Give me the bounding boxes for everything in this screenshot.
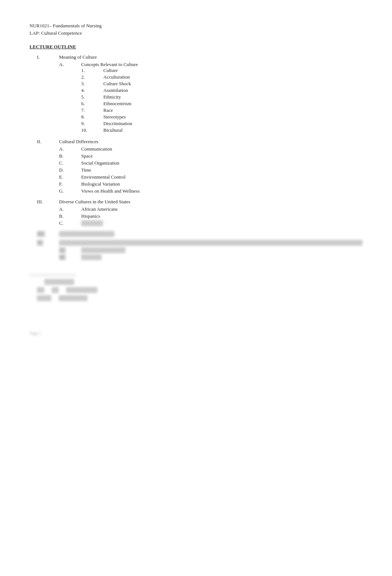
subsection-iii-c-label: C. xyxy=(59,220,81,226)
subsection-ii-c: C. Social Organization xyxy=(59,160,362,166)
redacted-col2 xyxy=(52,287,59,293)
section-i: I. Meaning of Culture A. Concepts Releva… xyxy=(37,54,362,135)
subsection-i-a-heading: Concepts Relevant to Culture xyxy=(81,62,362,68)
item-5: 5. Ethnicity xyxy=(81,94,362,100)
subsection-i-a-content: Concepts Relevant to Culture 1. Culture … xyxy=(81,62,362,134)
redacted-v-a-text xyxy=(81,247,125,253)
item-4: 4. Assimilation xyxy=(81,87,362,93)
redacted-text-iv xyxy=(59,231,114,237)
subsection-i-a: A. Concepts Relevant to Culture 1. Cultu… xyxy=(59,62,362,134)
redacted-subsection-title xyxy=(44,279,74,285)
subsection-v-b-label: B. xyxy=(59,254,81,260)
blurred-table-row xyxy=(37,287,362,293)
item-7: 7. Race xyxy=(81,107,362,113)
item-5-text: Ethnicity xyxy=(103,94,362,100)
header-line1: NUR1021– Fundamentals of Nursing xyxy=(30,22,362,30)
header-line2: LAP: Cultural Competence xyxy=(30,30,362,37)
subsection-ii-c-text: Social Organization xyxy=(81,160,362,166)
subsection-ii-a-label: A. xyxy=(59,146,81,152)
subsection-ii-f-label: F. xyxy=(59,181,81,187)
subsection-i-a-label: A. xyxy=(59,62,81,134)
item-2: 2. Acculturation xyxy=(81,74,362,80)
item-8-label: 8. xyxy=(81,114,103,120)
subsection-ii-e-label: E. xyxy=(59,174,81,180)
redacted-v-b-text xyxy=(81,254,102,260)
subsection-v-a-label: A. xyxy=(59,247,81,253)
redacted-col1 xyxy=(37,287,44,293)
item-9: 9. Discrimination xyxy=(81,121,362,127)
section-ii-heading: Cultural Differences xyxy=(59,139,362,145)
section-i-label: I. xyxy=(37,54,59,135)
section-ii-content: Cultural Differences A. Communication B.… xyxy=(59,139,362,195)
redacted-text-v-heading xyxy=(59,240,362,246)
subsection-ii-b: B. Space xyxy=(59,153,362,159)
subsection-iii-a: A. African Americans xyxy=(59,206,362,212)
subsection-ii-g: G. Views on Health and Wellness xyxy=(59,188,362,194)
subsection-ii-e-text: Environmental Control xyxy=(81,174,362,180)
blurred-main-section xyxy=(30,270,362,301)
subsection-iii-b-text: Hispanics xyxy=(81,213,362,219)
subsection-ii-e: E. Environmental Control xyxy=(59,174,362,180)
subsection-v-a-blurred: A. xyxy=(59,247,362,253)
item-8: 8. Stereotypes xyxy=(81,114,362,120)
section-iii-label: III. xyxy=(37,199,59,227)
item-7-label: 7. xyxy=(81,107,103,113)
item-5-label: 5. xyxy=(81,94,103,100)
section-i-content: Meaning of Culture A. Concepts Relevant … xyxy=(59,54,362,135)
subsection-iii-c: C. xyxy=(59,220,362,226)
subsection-iii-a-text: African Americans xyxy=(81,206,362,212)
item-8-text: Stereotypes xyxy=(103,114,362,120)
item-1-label: 1. xyxy=(81,68,103,73)
subsection-ii-a-text: Communication xyxy=(81,146,362,152)
subsection-ii-g-text: Views on Health and Wellness xyxy=(81,188,362,194)
subsection-ii-d-text: Time xyxy=(81,167,362,173)
section-iii: III. Diverse Cultures in the United Stat… xyxy=(37,199,362,227)
item-1-text: Culture xyxy=(103,68,362,73)
section-ii-label: II. xyxy=(37,139,59,195)
subsection-ii-d: D. Time xyxy=(59,167,362,173)
redacted-link2 xyxy=(59,295,87,301)
redacted-v-a-label: A. xyxy=(59,247,66,253)
subsection-v-b-text-blurred xyxy=(81,254,362,260)
redacted-col3 xyxy=(66,287,97,293)
item-10-text: Bicultural xyxy=(103,127,362,133)
redacted-v-b-label: B. xyxy=(59,254,66,260)
section-iv-label: IV. xyxy=(37,231,59,237)
subsection-v-a-text-blurred xyxy=(81,247,362,253)
item-3-text: Culture Shock xyxy=(103,81,362,87)
item-9-label: 9. xyxy=(81,121,103,127)
blurred-section-title xyxy=(30,270,76,276)
subsection-iii-b-label: B. xyxy=(59,213,81,219)
subsection-ii-f-text: Biological Variation xyxy=(81,181,362,187)
section-ii: II. Cultural Differences A. Communicatio… xyxy=(37,139,362,195)
item-6-label: 6. xyxy=(81,101,103,107)
subsection-iii-b: B. Hispanics xyxy=(59,213,362,219)
redacted-link1 xyxy=(37,295,51,301)
item-3: 3. Culture Shock xyxy=(81,81,362,87)
item-6-text: Ethnocentrism xyxy=(103,101,362,107)
subsection-ii-a: A. Communication xyxy=(59,146,362,152)
item-4-text: Assimilation xyxy=(103,87,362,93)
redacted-label-v: V. xyxy=(37,240,43,246)
subsection-ii-b-text: Space xyxy=(81,153,362,159)
section-v-label: V. xyxy=(37,240,59,261)
item-1: 1. Culture xyxy=(81,68,362,73)
section-i-heading: Meaning of Culture xyxy=(59,54,362,60)
redacted-label-iv: IV. xyxy=(37,231,45,237)
document-header: NUR1021– Fundamentals of Nursing LAP: Cu… xyxy=(30,22,362,37)
lecture-outline-title: LECTURE OUTLINE xyxy=(30,44,362,50)
subsection-ii-c-label: C. xyxy=(59,160,81,166)
subsection-iii-c-blurred xyxy=(81,220,362,226)
item-9-text: Discrimination xyxy=(103,121,362,127)
subsection-ii-d-label: D. xyxy=(59,167,81,173)
item-10-label: 10. xyxy=(81,127,103,133)
outline-container: I. Meaning of Culture A. Concepts Releva… xyxy=(37,54,362,261)
item-6: 6. Ethnocentrism xyxy=(81,101,362,107)
section-iii-heading: Diverse Cultures in the United States xyxy=(59,199,362,205)
footer-left-text: Page 1 xyxy=(30,331,41,336)
section-iv-blurred: IV. xyxy=(37,231,362,237)
item-3-label: 3. xyxy=(81,81,103,87)
section-iii-content: Diverse Cultures in the United States A.… xyxy=(59,199,362,227)
item-7-text: Race xyxy=(103,107,362,113)
subsection-v-b-blurred: B. xyxy=(59,254,362,260)
